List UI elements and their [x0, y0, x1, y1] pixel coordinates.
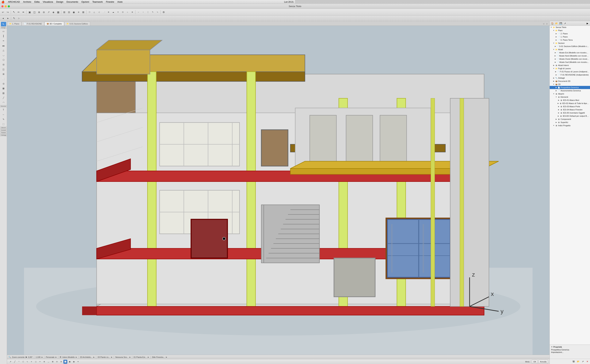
grid-tool[interactable]: ▦ [56, 10, 60, 14]
undo-button[interactable]: ↩ [1, 10, 5, 14]
snap3-tool[interactable]: ◉ [72, 10, 76, 14]
render-btn-2[interactable]: △ [92, 10, 97, 14]
docume-section-label: Docume [0, 105, 7, 107]
render-btn-5[interactable]: ⊕ [106, 10, 111, 14]
label-tool[interactable]: ✎ [1, 117, 6, 122]
menu-archivio[interactable]: Archivio [22, 0, 33, 3]
minimize-button[interactable] [5, 5, 7, 7]
text-tool[interactable]: T [1, 108, 6, 112]
render-btn-1[interactable]: ⬡ [87, 10, 92, 14]
toolbar-group-4: ⊞ ⊟ ◉ ≡ ⊠ [62, 10, 85, 14]
ulteriori-label: Ulteriori [0, 127, 7, 129]
toolbar-sep-6 [160, 10, 161, 14]
toolbar-sep-4 [86, 10, 86, 14]
menu-edita[interactable]: Edita [33, 0, 41, 3]
render-btn-10[interactable]: ⊗ [130, 10, 135, 14]
tab-s01-sezione[interactable]: 📁 S-01 Sezione Edificio [64, 22, 90, 26]
slab-tool[interactable]: ▬ [1, 43, 6, 48]
dim-btn-1[interactable]: ↔ [136, 10, 141, 14]
snap-tool[interactable]: ⊞ [62, 10, 66, 14]
dim-btn-4[interactable]: ✎ [151, 10, 155, 14]
tab-4-icon: 📁 [66, 23, 69, 25]
pencil-tool[interactable]: ✏ [16, 10, 21, 14]
menu-opzioni[interactable]: Opzioni [80, 0, 91, 3]
tab-1-label: 1. Piano [12, 23, 19, 25]
tb2-right[interactable]: ▷ [17, 16, 21, 21]
morph-tool[interactable]: ⬡ [1, 58, 6, 62]
apple-menu[interactable]: 🍎 [1, 0, 4, 3]
stair-tool[interactable]: ⊟ [1, 62, 6, 67]
tb2-prev[interactable]: ◀ [1, 16, 5, 21]
mirror-tool[interactable]: ◈ [51, 10, 56, 14]
window-controls [1, 5, 10, 7]
render-btn-9[interactable]: ⌂ [125, 10, 130, 14]
roof-tool[interactable]: △ [1, 48, 6, 53]
tb2-next[interactable]: ▶ [6, 16, 10, 21]
menu-aiuto[interactable]: Aiuto [116, 0, 124, 3]
menu-finestre[interactable]: Finestre [105, 0, 116, 3]
render-btn-4[interactable]: ⬜ [101, 10, 106, 14]
pointer-tool[interactable]: ↖ [1, 22, 6, 26]
render-btn-8[interactable]: ⊡ [120, 10, 125, 14]
tab-1-piano[interactable]: 📁 1. Piano [7, 22, 21, 26]
dimension-tool[interactable]: ↔ [1, 112, 6, 117]
zoom-in-tool[interactable]: ⊕ [37, 10, 41, 14]
arc-tool[interactable]: ◠ [1, 100, 6, 105]
main-area: ↖ Design ▭ ┃ ━ ▬ △ ◡ ⬡ ⊟ ◫ ⊞ ⬜ ◎ ▦ ▨ ╱ ◠… [0, 21, 295, 182]
menu-time: Lun 20:21 [284, 1, 294, 3]
dim-btn-2[interactable]: ↕ [141, 10, 145, 14]
camera-tool[interactable]: ⬚ [1, 122, 6, 126]
redo-button[interactable]: ↪ [6, 10, 10, 14]
menu-design[interactable]: Design [55, 0, 65, 3]
dim-btn-3[interactable]: ⌶ [146, 10, 150, 14]
settings-btn[interactable]: ⚙ [161, 10, 166, 14]
rotate-tool[interactable]: ↗ [46, 10, 51, 14]
lamp-tool[interactable]: ◎ [1, 81, 6, 86]
object-tool[interactable]: ⬜ [1, 77, 6, 81]
menu-archicad[interactable]: ARCHICAD [7, 0, 21, 3]
tb2-sep [11, 16, 11, 20]
line-tool[interactable]: ╱ [1, 96, 6, 100]
snap2-tool[interactable]: ⊟ [67, 10, 71, 14]
column-tool[interactable]: ┃ [1, 34, 6, 38]
menu-teamwork[interactable]: Teamwork [91, 0, 104, 3]
arrow-tool[interactable]: ↖ [12, 10, 16, 14]
toolbar-group-1: ↩ ↪ [1, 10, 10, 14]
tabs-bar: 📁 1. Piano 📄 F-01 REVISIONE 📦 3D / Compl… [7, 21, 295, 26]
beam-tool[interactable]: ━ [1, 39, 6, 43]
wall-tool[interactable]: ▭ [1, 29, 6, 34]
render-btn-6[interactable]: ☁ [111, 10, 116, 14]
shell-tool[interactable]: ◡ [1, 53, 6, 57]
toolbar-group-6: ↔ ↕ ⌶ ✎ ∿ [136, 10, 160, 14]
tb2-select[interactable]: ↖ [12, 16, 16, 21]
menu-visualizza[interactable]: Visualizza [41, 0, 54, 3]
measure-tool[interactable]: ⊠ [81, 10, 85, 14]
left-sidebar: ↖ Design ▭ ┃ ━ ▬ △ ◡ ⬡ ⊟ ◫ ⊞ ⬜ ◎ ▦ ▨ ╱ ◠… [0, 21, 7, 182]
tab-f01-revisione[interactable]: 📄 F-01 REVISIONE [22, 22, 44, 26]
render-btn-3[interactable]: ◁ [97, 10, 101, 14]
render-btn-7[interactable]: ✦ [116, 10, 120, 14]
zone-tool[interactable]: ▦ [1, 86, 6, 91]
tab-4-label: S-01 Sezione Edificio [69, 23, 88, 25]
svg-rect-19 [290, 144, 295, 152]
window-tool[interactable]: ⊞ [1, 72, 6, 76]
dim-btn-5[interactable]: ∿ [155, 10, 160, 14]
tubazio-label: Tubazio [0, 131, 7, 134]
fill-tool[interactable]: ▨ [1, 91, 6, 95]
pencil2-tool[interactable]: ✒ [21, 10, 26, 14]
guide-tool[interactable]: ≡ [76, 10, 81, 14]
close-button[interactable] [1, 5, 4, 7]
zoom-out-tool[interactable]: ⊖ [42, 10, 46, 14]
move-tool[interactable]: ◫ [32, 10, 37, 14]
menu-right: Lun 20:21 [284, 1, 294, 3]
building-3d-view: z y x [7, 26, 295, 182]
select-tool[interactable]: ▣ [27, 10, 32, 14]
door-tool[interactable]: ◫ [1, 67, 6, 72]
toolbar-group-5: ⬡ △ ◁ ⬜ ⊕ ☁ ✦ ⊡ ⌂ ⊗ [87, 10, 135, 14]
canvas-area[interactable]: z y x [7, 26, 295, 182]
maximize-button[interactable] [8, 5, 10, 7]
tab-2-icon: 📄 [24, 23, 26, 25]
menu-documento[interactable]: Documento [65, 0, 80, 3]
tab-3d-completo[interactable]: 📦 3D / Completo [44, 22, 64, 26]
tab-2-label: F-01 REVISIONE [27, 23, 42, 25]
